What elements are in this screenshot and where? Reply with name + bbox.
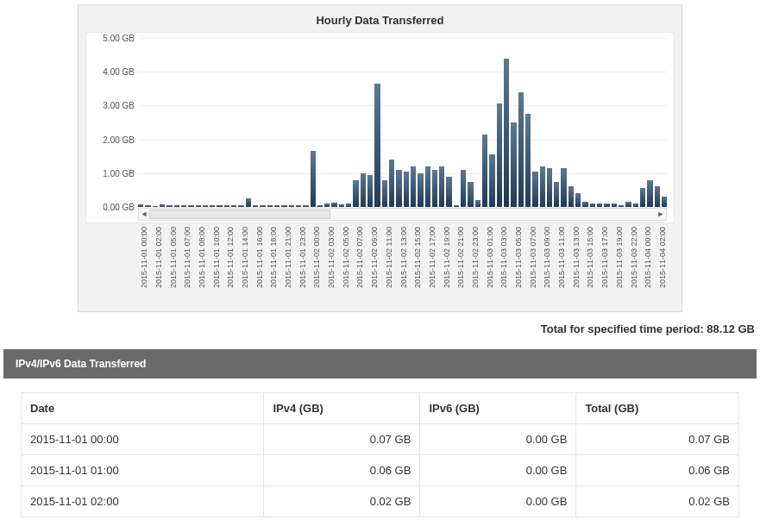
chart-scroll-thumb[interactable] [149, 210, 330, 219]
chart-y-tick: 1.00 GB [103, 168, 135, 178]
chart-x-tick: 2015-11-02 23:00 [468, 227, 474, 304]
chart-x-tick [144, 227, 149, 304]
chart-x-tick [173, 227, 179, 304]
chart-x-tick: 2015-11-03 01:00 [483, 227, 488, 304]
chart-bar [662, 197, 667, 207]
chart-scroll-left-icon[interactable]: ◄ [139, 210, 149, 219]
cell-ipv4: 0.02 GB [264, 486, 420, 517]
chart-bar [339, 204, 344, 207]
chart-x-tick: 2015-11-01 14:00 [238, 227, 243, 304]
chart-x-tick [159, 227, 164, 304]
chart-x-tick [461, 227, 466, 304]
chart-bar [511, 122, 516, 207]
chart-x-tick [274, 227, 280, 304]
chart-x-axis: 2015-11-01 00:002015-11-01 02:002015-11-… [137, 227, 668, 304]
chart-bar [317, 205, 323, 207]
col-total: Total (GB) [576, 393, 739, 424]
chart-x-tick [187, 227, 192, 304]
chart-bar [446, 177, 451, 207]
chart-bar [655, 186, 660, 207]
chart-x-tick: 2015-11-03 05:00 [512, 227, 517, 304]
chart-bar [281, 205, 286, 207]
chart-x-tick [548, 227, 553, 304]
table-header-row: Date IPv4 (GB) IPv6 (GB) Total (GB) [22, 393, 739, 424]
chart-bar [540, 166, 545, 207]
chart-x-tick: 2015-11-03 13:00 [569, 227, 575, 304]
cell-date: 2015-11-01 01:00 [22, 455, 264, 486]
chart-y-tick: 2.00 GB [103, 135, 135, 144]
chart-bar [612, 203, 617, 207]
chart-x-tick [217, 227, 222, 304]
chart-bar [640, 188, 645, 207]
cell-total: 0.06 GB [576, 455, 739, 486]
chart-x-tick: 2015-11-02 15:00 [411, 227, 416, 304]
chart-bar [432, 170, 437, 207]
chart-bar [532, 172, 537, 207]
chart-x-tick: 2015-11-01 12:00 [223, 227, 229, 304]
total-summary-value: 88.12 GB [707, 322, 755, 335]
chart-bar [575, 193, 581, 207]
chart-scroll-right-icon[interactable]: ► [656, 210, 666, 219]
chart-bar [475, 200, 480, 207]
chart-bar [554, 182, 559, 207]
chart-bar [203, 205, 208, 207]
chart-bar [590, 203, 595, 207]
chart-x-tick: 2015-11-01 23:00 [296, 227, 301, 304]
chart-y-tick: 4.00 GB [103, 67, 135, 77]
chart-x-tick [288, 227, 293, 304]
chart-bar [582, 202, 587, 207]
chart-bar [153, 206, 158, 207]
chart-x-tick: 2015-11-01 05:00 [166, 227, 171, 304]
chart-bar [411, 166, 416, 207]
chart-bar [289, 205, 294, 207]
chart-bar [196, 205, 201, 207]
chart-x-tick [634, 227, 639, 304]
chart-bar [619, 205, 624, 207]
chart-bar [138, 204, 143, 207]
chart-bar [568, 186, 574, 207]
chart-title: Hourly Data Transferred [85, 10, 675, 32]
cell-ipv6: 0.00 GB [420, 455, 576, 486]
cell-ipv6: 0.00 GB [420, 424, 576, 455]
chart-x-tick: 2015-11-03 03:00 [497, 227, 502, 304]
chart-bar [238, 205, 243, 207]
chart-bar [331, 203, 336, 207]
chart-bar [166, 205, 172, 207]
chart-bar [145, 205, 150, 207]
chart-bar [418, 173, 423, 207]
chart-bar [311, 151, 316, 207]
chart-x-tick: 2015-11-04 02:00 [656, 227, 661, 304]
chart-x-tick: 2015-11-02 13:00 [396, 227, 401, 304]
chart-x-tick: 2015-11-01 16:00 [253, 227, 258, 304]
chart-x-tick: 2015-11-03 07:00 [526, 227, 531, 304]
cell-ipv4: 0.06 GB [264, 455, 420, 486]
chart-x-tick [361, 227, 366, 304]
chart-x-tick [389, 227, 394, 304]
chart-scrollbar[interactable]: ◄ ► [138, 208, 667, 221]
chart-bar [274, 205, 280, 207]
chart-x-tick: 2015-11-01 18:00 [267, 227, 272, 304]
cell-total: 0.02 GB [576, 486, 739, 517]
chart-x-tick [576, 227, 581, 304]
chart-x-tick [475, 227, 480, 304]
chart-bar [518, 92, 524, 207]
chart-bar [525, 114, 531, 207]
chart-x-tick [562, 227, 567, 304]
chart-bar [497, 103, 502, 207]
chart-bar [217, 205, 222, 207]
chart-bar [561, 168, 566, 207]
table-row: 2015-11-01 02:000.02 GB0.00 GB0.02 GB [22, 486, 739, 517]
chart-bar [361, 173, 366, 207]
chart-bar [367, 175, 373, 207]
chart-bar [625, 202, 631, 207]
chart-x-tick [605, 227, 610, 304]
cell-ipv4: 0.07 GB [264, 424, 420, 455]
chart-bar [210, 205, 215, 207]
total-summary: Total for specified time period: 88.12 G… [0, 312, 760, 349]
chart-bar [267, 205, 273, 207]
chart-x-tick: 2015-11-01 10:00 [209, 227, 214, 304]
chart-x-tick [418, 227, 423, 304]
chart-x-tick: 2015-11-02 11:00 [382, 227, 387, 304]
col-ipv4: IPv4 (GB) [264, 393, 420, 424]
col-ipv6: IPv6 (GB) [420, 393, 576, 424]
